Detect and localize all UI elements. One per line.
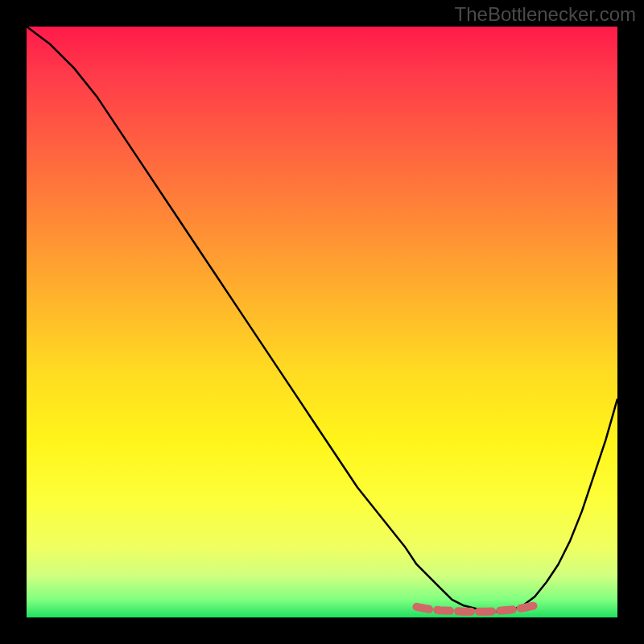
chart-container: TheBottlenecker.com: [0, 0, 644, 644]
bottleneck-curve: [27, 27, 617, 612]
plot-area: [27, 27, 617, 617]
curve-svg: [27, 27, 617, 617]
watermark: TheBottlenecker.com: [455, 3, 636, 26]
